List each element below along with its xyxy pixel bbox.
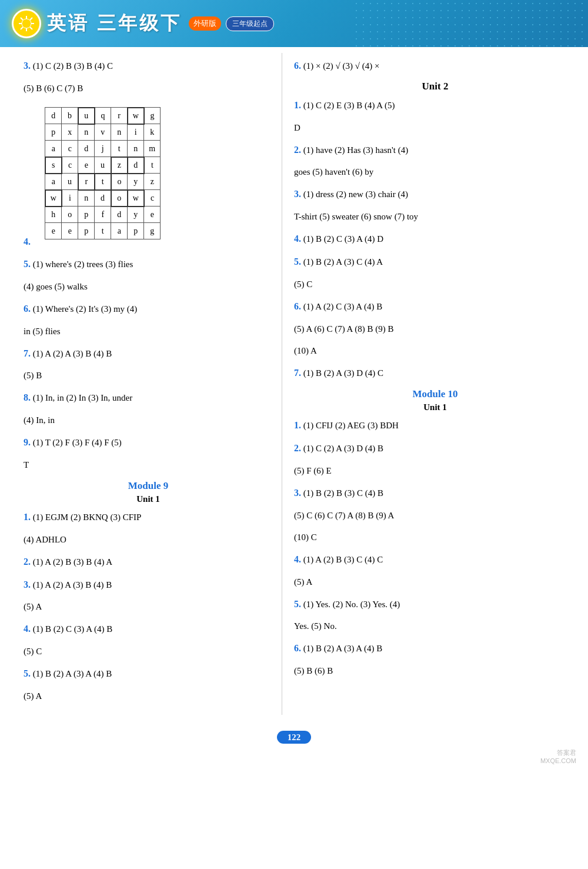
rq5-label: 5. (294, 257, 301, 267)
grid-cell: b (62, 108, 78, 124)
svg-point-0 (22, 19, 31, 28)
lq3-answers: (1) A (2) A (3) B (4) B (33, 580, 112, 590)
q4-label: 4. (24, 236, 31, 246)
header-decoration (353, 0, 588, 47)
rq6b-answers: (1) A (2) C (3) A (4) B (303, 302, 383, 311)
grid-cell: v (95, 124, 111, 141)
left-lq5-line2: (5) A (24, 688, 273, 704)
right-rrq6-line2: (5) B (6) B (294, 663, 576, 679)
grid-row: e e p t a p g (45, 223, 161, 239)
q6-line2: in (5) flies (24, 327, 60, 336)
grid-row: a u r t o y z (45, 174, 161, 190)
left-q5-line2: (4) goes (5) walks (24, 279, 273, 295)
lq5-answers: (1) B (2) A (3) A (4) B (33, 669, 112, 678)
q5-line2: (4) goes (5) walks (24, 282, 88, 291)
rq3-line2: T-shirt (5) sweater (6) snow (7) toy (294, 212, 418, 221)
grid-cell: k (144, 124, 161, 141)
right-rrq2-line2: (5) F (6) E (294, 463, 576, 479)
grid-cell: h (45, 207, 62, 223)
grid-cell: o (111, 190, 128, 207)
left-q9-line2: T (24, 457, 273, 473)
left-lq4-line2: (5) C (24, 644, 273, 660)
header-badge1: 外研版 (189, 16, 221, 31)
q6-answers: (1) Where's (2) It's (3) my (4) (33, 304, 138, 314)
unit1-right-title: Unit 1 (294, 402, 576, 412)
left-q3: 3. (1) C (2) B (3) B (4) C (24, 58, 273, 75)
rrq3-answers: (1) B (2) B (3) C (4) B (303, 488, 383, 498)
grid-cell: g (144, 223, 161, 239)
rq7-answers: (1) B (2) A (3) D (4) C (303, 368, 383, 378)
right-column: 6. (1) × (2) √ (3) √ (4) × Unit 2 1. (1)… (282, 53, 588, 715)
grid-cell: d (45, 108, 62, 124)
right-rrq5: 5. (1) Yes. (2) No. (3) Yes. (4) (294, 596, 576, 613)
right-rq6b-line3: (10) A (294, 343, 576, 359)
right-rq2: 2. (1) have (2) Has (3) hasn't (4) (294, 142, 576, 159)
q7-label: 7. (24, 348, 31, 358)
watermark: 答案君MXQE.COM (0, 748, 588, 764)
grid-row: p x n v n i k (45, 124, 161, 141)
svg-line-7 (30, 18, 32, 20)
rq7-label: 7. (294, 368, 301, 378)
grid-cell: f (95, 207, 111, 223)
left-q8-line2: (4) In, in (24, 412, 273, 428)
q3-line2: (5) B (6) C (7) B (24, 84, 83, 93)
grid-cell: c (62, 157, 78, 174)
left-q6: 6. (1) Where's (2) It's (3) my (4) (24, 301, 273, 318)
right-rq2-line2: goes (5) haven't (6) by (294, 164, 576, 180)
lq1-label: 1. (24, 512, 31, 522)
q3-answers: (1) C (2) B (3) B (4) C (33, 61, 113, 71)
grid-cell: t (95, 174, 111, 190)
grid-cell: c (62, 141, 78, 157)
grid-cell: i (128, 124, 144, 141)
rq6b-label: 6. (294, 301, 301, 311)
left-q7: 7. (1) A (2) A (3) B (4) B (24, 345, 273, 362)
grid-cell: r (111, 108, 128, 124)
left-q4: 4. d b u q r w g p x n (24, 102, 273, 250)
grid-row: a c d j t n m (45, 141, 161, 157)
lq1-line2: (4) ADHLO (24, 535, 66, 544)
lq2-label: 2. (24, 557, 31, 567)
right-rq7: 7. (1) B (2) A (3) D (4) C (294, 365, 576, 382)
grid-cell: e (62, 223, 78, 239)
rq3-answers: (1) dress (2) new (3) chair (4) (303, 189, 408, 199)
svg-line-8 (21, 27, 23, 29)
q8-label: 8. (24, 392, 31, 402)
q6-label: 6. (24, 304, 31, 314)
sun-icon (12, 9, 41, 38)
rrq1-label: 1. (294, 420, 301, 430)
right-rq5: 5. (1) B (2) A (3) C (4) A (294, 254, 576, 271)
left-q9: 9. (1) T (2) F (3) F (4) F (5) (24, 434, 273, 451)
svg-line-5 (21, 18, 23, 20)
grid-cell: e (144, 207, 161, 223)
right-rrq3-line2: (5) C (6) C (7) A (8) B (9) A (294, 508, 576, 524)
rq4-answers: (1) B (2) C (3) A (4) D (303, 234, 383, 244)
grid-cell: t (144, 157, 161, 174)
svg-line-6 (30, 27, 32, 29)
rrq5-answers: (1) Yes. (2) No. (3) Yes. (4) (303, 600, 400, 609)
left-lq3: 3. (1) A (2) A (3) B (4) B (24, 577, 273, 594)
grid-cell: o (62, 207, 78, 223)
grid-cell: t (95, 223, 111, 239)
lq3-label: 3. (24, 580, 31, 590)
right-rrq6: 6. (1) B (2) A (3) A (4) B (294, 640, 576, 657)
grid-row: s c e u z d t (45, 157, 161, 174)
left-q7-line2: (5) B (24, 368, 273, 384)
q5-answers: (1) where's (2) trees (3) flies (33, 259, 133, 269)
page-number-area: 122 (0, 733, 588, 743)
q7-line2: (5) B (24, 371, 42, 380)
lq4-label: 4. (24, 624, 31, 634)
grid-cell: p (78, 207, 95, 223)
unit2-title: Unit 2 (294, 81, 576, 92)
grid-cell: n (111, 124, 128, 141)
right-rrq5-line2: Yes. (5) No. (294, 618, 576, 634)
grid-cell: o (111, 174, 128, 190)
grid-cell: s (45, 157, 62, 174)
lq5-label: 5. (24, 668, 31, 678)
grid-cell: n (78, 124, 95, 141)
q7-answers: (1) A (2) A (3) B (4) B (33, 349, 112, 358)
grid-cell: a (111, 223, 128, 239)
grid-cell: n (78, 190, 95, 207)
rq6b-line2: (5) A (6) C (7) A (8) B (9) B (294, 324, 394, 334)
rrq6-line2: (5) B (6) B (294, 666, 333, 675)
grid-cell: d (128, 157, 144, 174)
